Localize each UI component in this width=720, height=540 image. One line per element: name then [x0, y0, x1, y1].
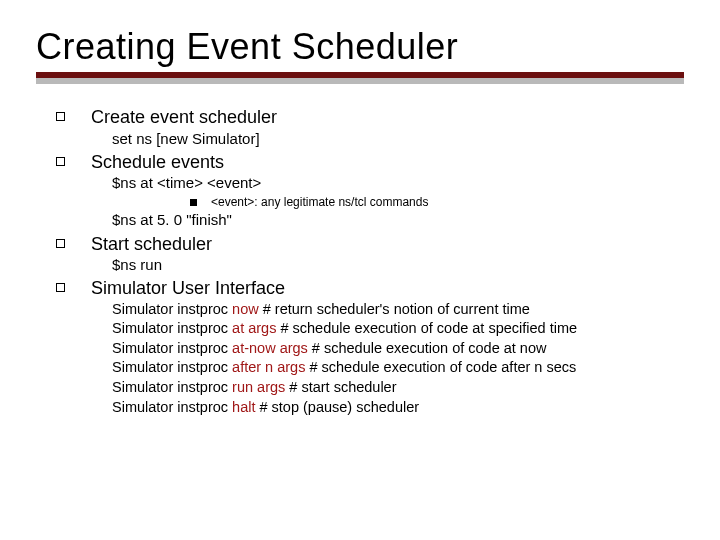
api-line-5: Simulator instproc halt # stop (pause) s…: [112, 398, 684, 418]
api-prefix: Simulator instproc: [112, 320, 232, 336]
api-suffix: # schedule execution of code after n sec…: [305, 359, 576, 375]
sub-schedule-0: $ns at <time> <event>: [56, 173, 684, 193]
text-ns-at-finish: $ns at 5. 0 "finish": [112, 210, 684, 230]
title-underline: [36, 72, 684, 84]
filled-square-bullet-icon: [190, 199, 197, 206]
bullet-schedule: Schedule events: [56, 151, 684, 174]
api-suffix: # start scheduler: [285, 379, 396, 395]
api-cmd: now: [232, 301, 259, 317]
square-bullet-icon: [56, 239, 65, 248]
api-suffix: # schedule execution of code at now: [308, 340, 547, 356]
square-bullet-icon: [56, 283, 65, 292]
heading-create: Create event scheduler: [91, 106, 277, 129]
api-line-1: Simulator instproc at args # schedule ex…: [112, 319, 684, 339]
text-set-ns: set ns [new Simulator]: [112, 129, 684, 149]
api-prefix: Simulator instproc: [112, 301, 232, 317]
api-line-0: Simulator instproc now # return schedule…: [112, 300, 684, 320]
underline-gray: [36, 78, 684, 84]
square-bullet-icon: [56, 112, 65, 121]
api-prefix: Simulator instproc: [112, 379, 232, 395]
api-cmd: after n args: [232, 359, 305, 375]
api-line-4: Simulator instproc run args # start sche…: [112, 378, 684, 398]
api-cmd: halt: [232, 399, 255, 415]
heading-schedule: Schedule events: [91, 151, 224, 174]
heading-ui: Simulator User Interface: [91, 277, 285, 300]
api-prefix: Simulator instproc: [112, 399, 232, 415]
text-event-desc: <event>: any legitimate ns/tcl commands: [211, 194, 428, 211]
bullet-create: Create event scheduler: [56, 106, 684, 129]
content: Create event scheduler set ns [new Simul…: [36, 106, 684, 417]
text-ns-at-time: $ns at <time> <event>: [112, 173, 684, 193]
sub-create-0: set ns [new Simulator]: [56, 129, 684, 149]
text-ns-run: $ns run: [112, 255, 684, 275]
api-prefix: Simulator instproc: [112, 359, 232, 375]
bullet-start: Start scheduler: [56, 233, 684, 256]
heading-start: Start scheduler: [91, 233, 212, 256]
api-prefix: Simulator instproc: [112, 340, 232, 356]
api-suffix: # stop (pause) scheduler: [255, 399, 419, 415]
sub-start-0: $ns run: [56, 255, 684, 275]
api-suffix: # return scheduler's notion of current t…: [259, 301, 530, 317]
api-suffix: # schedule execution of code at specifie…: [276, 320, 577, 336]
sub-schedule-1: <event>: any legitimate ns/tcl commands: [56, 194, 684, 211]
api-cmd: run args: [232, 379, 285, 395]
api-cmd: at-now args: [232, 340, 308, 356]
api-line-2: Simulator instproc at-now args # schedul…: [112, 339, 684, 359]
api-line-3: Simulator instproc after n args # schedu…: [112, 358, 684, 378]
sub-schedule-2: $ns at 5. 0 "finish": [56, 210, 684, 230]
square-bullet-icon: [56, 157, 65, 166]
api-block: Simulator instproc now # return schedule…: [56, 300, 684, 417]
slide-title: Creating Event Scheduler: [36, 26, 684, 68]
bullet-ui: Simulator User Interface: [56, 277, 684, 300]
api-cmd: at args: [232, 320, 276, 336]
slide: Creating Event Scheduler Create event sc…: [0, 0, 720, 540]
